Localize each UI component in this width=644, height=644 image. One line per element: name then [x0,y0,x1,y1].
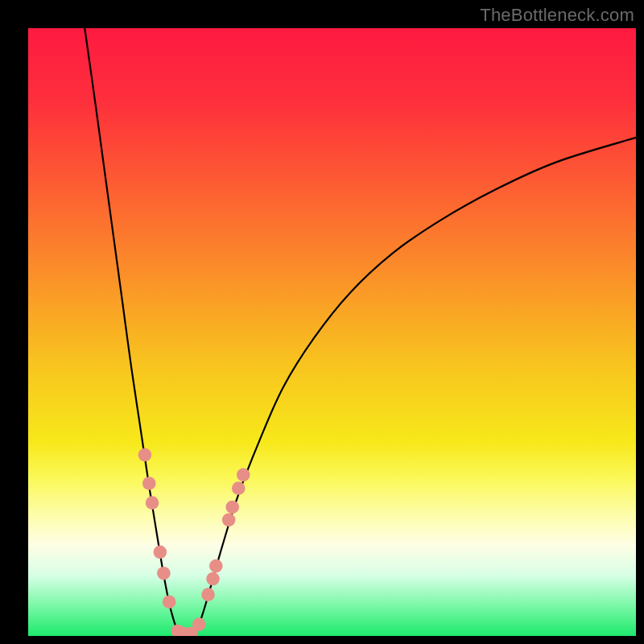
data-marker [225,501,239,514]
watermark-text: TheBottleneck.com [480,5,634,26]
data-marker [209,559,223,573]
data-marker [192,617,206,631]
data-marker [201,588,215,601]
gradient-background [28,28,636,636]
bottleneck-curve-chart [28,28,636,636]
data-marker [163,595,176,609]
data-marker [232,481,246,495]
data-marker [142,477,156,490]
data-marker [154,546,167,559]
chart-frame: TheBottleneck.com [0,0,644,644]
data-marker [206,572,220,586]
data-marker [146,496,159,510]
plot-area [28,28,636,636]
data-marker [237,469,250,482]
data-marker [157,567,171,580]
data-marker [222,513,236,526]
data-marker [138,448,152,462]
